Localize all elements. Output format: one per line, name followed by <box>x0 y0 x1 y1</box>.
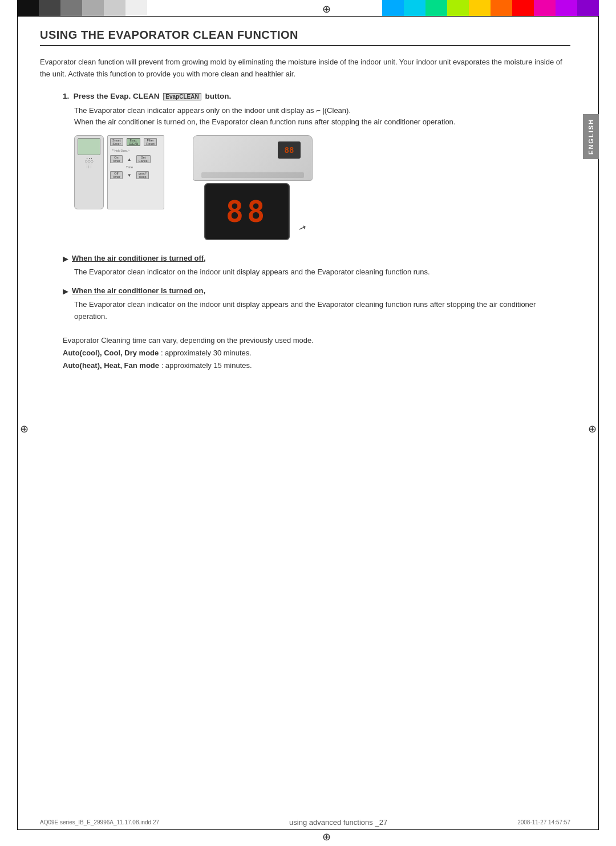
notes-line-3: Auto(heat), Heat, Fan mode : approximate… <box>63 359 570 372</box>
ac-display-box: 88 ↗ <box>204 183 290 240</box>
step-1-button-suffix: button. <box>205 92 231 100</box>
step-1-section: 1. Press the Evap. CLEAN EvapCLEAN butto… <box>40 92 570 241</box>
footer-file: AQ09E series_IB_E_29996A_11.17.08.indd 2… <box>40 819 159 825</box>
color-block-1 <box>17 0 39 16</box>
bullet-header-on: ▶ When the air conditioner is turned on, <box>63 286 570 296</box>
ac-unit-wrapper: 88 88 ↗ <box>193 135 313 240</box>
page-title: USING THE EVAPORATOR CLEAN FUNCTION <box>40 29 570 46</box>
remote-body-left: ☆ ● ♦◯ ◯ ◯─ ─ ─│ │ │ <box>74 135 104 209</box>
notes-line-2: Auto(cool), Cool, Dry mode : approximate… <box>63 347 570 359</box>
page-border-top <box>17 16 599 17</box>
bullet-arrow-on: ▶ <box>63 287 68 296</box>
reg-mark-right: ⊕ <box>585 422 599 436</box>
on-timer-btn: OnTimer <box>110 155 123 163</box>
step-1-description: The Evaporator clean indicator appears o… <box>74 105 570 129</box>
arrow-down: ▼ <box>127 173 132 178</box>
color-segment-right <box>382 0 599 16</box>
color-block-r9 <box>556 0 577 16</box>
step-number: 1. <box>63 92 69 100</box>
display-arrow: ↗ <box>297 222 307 234</box>
page-border-bottom <box>17 829 599 830</box>
footer: AQ09E series_IB_E_29996A_11.17.08.indd 2… <box>40 818 570 827</box>
reg-mark-left: ⊕ <box>17 422 31 436</box>
sidebar-language-label: ENGLISH <box>587 119 594 155</box>
ac-display-digits: 88 <box>226 195 269 229</box>
evap-clean-label: Evap. CLEAN <box>110 92 159 100</box>
top-color-bar <box>0 0 616 16</box>
ac-indoor-unit: 88 <box>193 135 313 181</box>
reg-mark-top: ⊕ <box>319 2 333 16</box>
remote-labels: ☆ ● ♦◯ ◯ ◯─ ─ ─│ │ │ <box>85 157 93 168</box>
good-sleep-btn: good°sleep <box>136 171 149 179</box>
set-cancel-btn: SetCancel <box>136 155 151 163</box>
color-block-r8 <box>534 0 556 16</box>
remote-illustration: ☆ ● ♦◯ ◯ ◯─ ─ ─│ │ │ SmartSaver Evap.CLE… <box>74 135 164 209</box>
intro-text: Evaporator clean function will prevent f… <box>40 56 570 80</box>
filter-reset-btn: FilterReset <box>144 138 156 146</box>
ac-vent <box>201 172 304 178</box>
time-label: Time <box>126 165 133 169</box>
reg-mark-bottom: ⊕ <box>319 830 333 844</box>
bullet-content-off: The Evaporator clean indicator on the in… <box>74 266 570 278</box>
color-block-3 <box>60 0 82 16</box>
hold-label: ʰ Hold 3sec. ᵃ <box>112 149 129 152</box>
color-block-r6 <box>491 0 512 16</box>
bullet-title-on: When the air conditioner is turned on, <box>72 286 205 295</box>
remote-btn-row-1: SmartSaver Evap.CLEAN FilterReset <box>110 138 157 146</box>
step-1-label: 1. Press the Evap. CLEAN EvapCLEAN butto… <box>63 92 570 100</box>
remote-btn-row-3: OffTimer ▼ good°sleep <box>110 171 149 179</box>
notes-section: Evaporator Cleaning time can vary, depen… <box>63 334 570 372</box>
evap-clean-icon: EvapCLEAN <box>163 93 201 100</box>
smart-saver-btn: SmartSaver <box>110 138 123 146</box>
color-block-5 <box>104 0 125 16</box>
main-content: USING THE EVAPORATOR CLEAN FUNCTION Evap… <box>40 29 570 812</box>
bullet-content-on: The Evaporator clean indicator on the in… <box>74 299 570 323</box>
footer-page: using advanced functions _27 <box>289 818 387 827</box>
color-block-r4 <box>447 0 469 16</box>
color-block-r2 <box>404 0 425 16</box>
footer-date: 2008-11-27 14:57:57 <box>517 819 570 825</box>
bullet-header-off: ▶ When the air conditioner is turned off… <box>63 254 570 263</box>
color-block-r3 <box>425 0 447 16</box>
bullet-arrow-off: ▶ <box>63 254 68 263</box>
color-block-r10 <box>577 0 599 16</box>
bullet-section-on: ▶ When the air conditioner is turned on,… <box>63 286 570 323</box>
autocool-label: Auto(cool), Cool, Dry mode <box>63 349 159 357</box>
remote-right-panel: SmartSaver Evap.CLEAN FilterReset ʰ Hold… <box>107 135 164 209</box>
images-row: ☆ ● ♦◯ ◯ ◯─ ─ ─│ │ │ SmartSaver Evap.CLE… <box>74 135 570 240</box>
ac-small-digits: 88 <box>285 145 294 155</box>
color-block-2 <box>39 0 60 16</box>
bullet-title-off: When the air conditioner is turned off, <box>72 254 206 262</box>
remote-btn-row-2: OnTimer ▲ SetCancel <box>110 155 151 163</box>
color-segment-left <box>17 0 147 16</box>
remote-screen <box>78 138 100 155</box>
off-timer-btn: OffTimer <box>110 171 123 179</box>
notes-line-1: Evaporator Cleaning time can vary, depen… <box>63 334 570 347</box>
bullet-section-off: ▶ When the air conditioner is turned off… <box>63 254 570 278</box>
arrow-up: ▲ <box>127 157 132 162</box>
evap-clean-btn: Evap.CLEAN <box>127 138 141 146</box>
language-sidebar-tab: ENGLISH <box>583 114 599 159</box>
color-block-6 <box>125 0 147 16</box>
color-block-r5 <box>469 0 491 16</box>
color-block-r1 <box>382 0 404 16</box>
ac-small-display: 88 <box>278 141 301 159</box>
autoheat-label: Auto(heat), Heat, Fan mode <box>63 361 159 370</box>
color-block-4 <box>82 0 104 16</box>
color-block-r7 <box>512 0 534 16</box>
